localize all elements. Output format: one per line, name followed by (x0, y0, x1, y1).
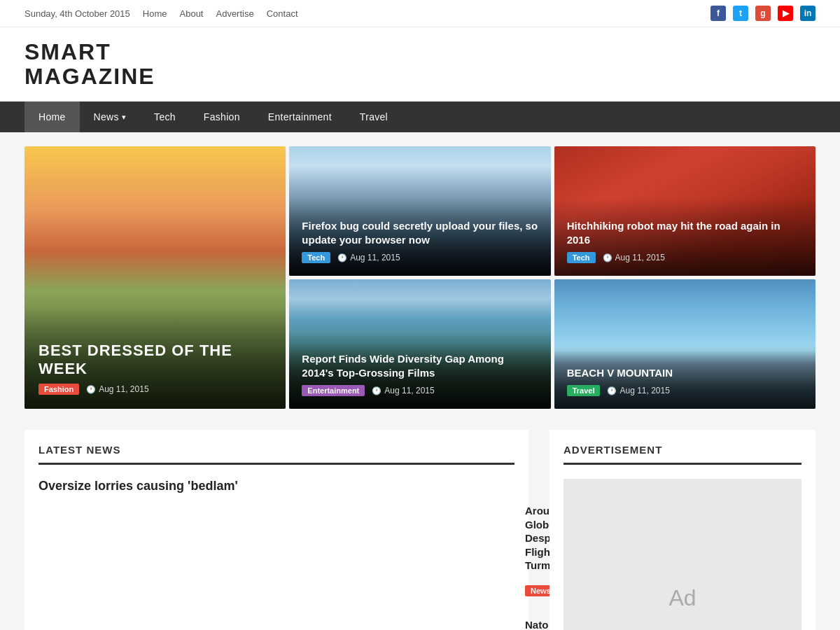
logo-line1: SMART (24, 40, 816, 64)
advertisement-title: ADVERTISEMENT (564, 444, 802, 465)
clock-icon-4 (372, 386, 382, 396)
nav-tech[interactable]: Tech (140, 102, 190, 132)
featured-firefox-date: Aug 11, 2015 (337, 253, 400, 262)
nav-fashion[interactable]: Fashion (190, 102, 254, 132)
featured-diversity-tag[interactable]: Entertainment (302, 385, 365, 396)
featured-item-beach[interactable]: BEACH V MOUNTAIN Travel Aug 11, 2015 (554, 279, 816, 409)
main-news-card[interactable]: Oversize lorries causing 'bedlam' (38, 479, 514, 493)
featured-firefox-meta: Tech Aug 11, 2015 (302, 252, 538, 263)
latest-news-title: LATEST NEWS (38, 444, 514, 465)
nav-advertise-link[interactable]: Advertise (216, 8, 253, 19)
featured-beach-meta: Travel Aug 11, 2015 (567, 385, 803, 396)
nav-news-dropdown: News (94, 111, 127, 122)
featured-main-tag[interactable]: Fashion (38, 384, 79, 395)
nav-home[interactable]: Home (24, 102, 80, 132)
featured-diversity-title: Report Finds Wide Diversity Gap Among 20… (302, 352, 538, 379)
featured-firefox-overlay: Firefox bug could secretly upload your f… (289, 198, 550, 276)
latest-section: LATEST NEWS Oversize lorries causing 'be… (24, 430, 816, 630)
featured-item-firefox[interactable]: Firefox bug could secretly upload your f… (289, 146, 550, 276)
featured-diversity-meta: Entertainment Aug 11, 2015 (302, 385, 538, 396)
nav-entertainment[interactable]: Entertainment (254, 102, 346, 132)
featured-main-title: BEST DRESSED OF THE WEEK (38, 342, 272, 379)
main-news-link[interactable]: Oversize lorries causing 'bedlam' (38, 479, 514, 493)
featured-main-date: Aug 11, 2015 (86, 384, 148, 394)
main-navigation: Home News Tech Fashion Entertainment Tra… (0, 102, 840, 132)
featured-robot-title: Hitchhiking robot may hit the road again… (567, 219, 803, 246)
google-plus-icon[interactable]: g (755, 6, 771, 21)
social-icons: f t g ▶ in (710, 6, 816, 21)
news-item-nato[interactable]: Nato force commitment extended, says def… (38, 618, 514, 630)
youtube-icon[interactable]: ▶ (778, 6, 793, 21)
latest-news-panel: LATEST NEWS Oversize lorries causing 'be… (24, 430, 528, 630)
clock-icon-3 (603, 253, 612, 262)
top-bar-left: Sunday, 4th October 2015 Home About Adve… (24, 8, 298, 19)
nav-contact-link[interactable]: Contact (267, 8, 298, 19)
linkedin-icon[interactable]: in (800, 6, 816, 21)
featured-diversity-overlay: Report Finds Wide Diversity Gap Among 20… (289, 331, 550, 409)
main-content: BEST DRESSED OF THE WEEK Fashion Aug 11,… (0, 132, 840, 630)
nav-travel[interactable]: Travel (346, 102, 402, 132)
featured-item-robot[interactable]: Hitchhiking robot may hit the road again… (554, 146, 816, 276)
featured-main-meta: Fashion Aug 11, 2015 (38, 384, 272, 395)
featured-robot-meta: Tech Aug 11, 2015 (567, 252, 803, 263)
featured-firefox-tag[interactable]: Tech (302, 252, 330, 263)
featured-beach-tag[interactable]: Travel (567, 385, 601, 396)
clock-icon (86, 384, 96, 394)
site-logo[interactable]: SMART MAGAZINE (24, 40, 816, 89)
featured-item-diversity[interactable]: Report Finds Wide Diversity Gap Among 20… (289, 279, 550, 409)
clock-icon-2 (337, 253, 347, 262)
logo-line2: MAGAZINE (24, 64, 816, 89)
top-bar: Sunday, 4th October 2015 Home About Adve… (0, 0, 840, 27)
news-item-flight[interactable]: Around the Globe, a Desperate Flight Fro… (38, 504, 514, 606)
featured-grid: BEST DRESSED OF THE WEEK Fashion Aug 11,… (24, 146, 816, 409)
ad-text: Ad (668, 585, 696, 611)
nav-news[interactable]: News (80, 102, 141, 132)
site-header: SMART MAGAZINE (0, 27, 840, 102)
nav-home-link[interactable]: Home (143, 8, 167, 19)
advertisement-panel: ADVERTISEMENT Ad (550, 430, 816, 630)
clock-icon-5 (607, 386, 617, 396)
date-display: Sunday, 4th October 2015 (24, 8, 130, 19)
featured-diversity-date: Aug 11, 2015 (372, 386, 434, 396)
featured-main-card[interactable]: BEST DRESSED OF THE WEEK Fashion Aug 11,… (24, 146, 286, 409)
featured-robot-tag[interactable]: Tech (567, 252, 596, 263)
featured-main-overlay: BEST DRESSED OF THE WEEK Fashion Aug 11,… (24, 307, 286, 410)
featured-beach-title: BEACH V MOUNTAIN (567, 366, 803, 380)
featured-robot-overlay: Hitchhiking robot may hit the road again… (554, 198, 816, 276)
ad-box: Ad (564, 479, 802, 630)
nav-about-link[interactable]: About (180, 8, 204, 19)
featured-beach-date: Aug 11, 2015 (607, 386, 669, 396)
featured-beach-overlay: BEACH V MOUNTAIN Travel Aug 11, 2015 (554, 345, 816, 410)
featured-robot-date: Aug 11, 2015 (603, 253, 665, 262)
facebook-icon[interactable]: f (710, 6, 726, 21)
featured-firefox-title: Firefox bug could secretly upload your f… (302, 219, 538, 246)
twitter-icon[interactable]: t (733, 6, 748, 21)
